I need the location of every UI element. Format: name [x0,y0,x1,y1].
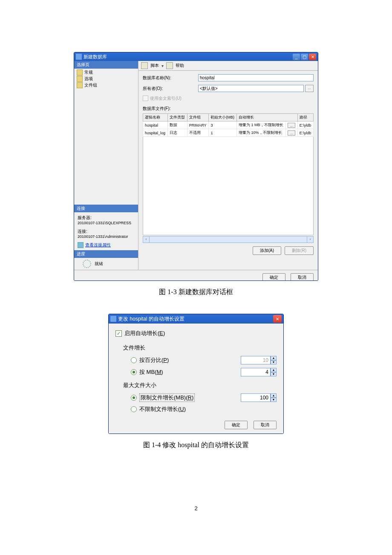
script-button[interactable]: 脚本 [150,63,159,69]
page-list: 常规 选项 文件组 [74,69,138,90]
select-pages-header: 选择页 [74,61,138,69]
radio-icon [131,357,137,363]
col-path[interactable]: 路径 [297,114,313,121]
radio-icon [131,369,137,375]
percent-spinner: 10 ▲▼ [241,356,277,364]
table-row[interactable]: hospital 数据 PRIMARY 3 增量为 1 MB，不限制增长 ...… [143,121,314,129]
view-connection-props-link[interactable]: 查看连接属性 [85,242,111,248]
ok-button[interactable]: 确定 [262,273,285,281]
page-icon [77,76,83,82]
col-type[interactable]: 文件类型 [168,114,187,121]
close-button[interactable]: ✕ [309,54,316,60]
col-size[interactable]: 初始大小(MB) [209,114,237,121]
col-growth[interactable]: 自动增长 [237,114,298,121]
progress-header: 进度 [74,250,138,258]
file-growth-label: 文件增长 [123,344,277,352]
page-icon [77,69,83,75]
connection-label: 连接: [78,228,135,234]
server-value: 20100107-1331\SQLEXPRESS [78,221,135,225]
props-icon [78,242,84,248]
horizontal-scrollbar[interactable]: ‹ › [143,236,314,243]
limit-spinner[interactable]: 100 ▲▼ [241,393,277,402]
checkbox-icon: ✓ [115,330,122,337]
dialog-title: 更改 hospital 的自动增长设置 [118,315,184,323]
minimize-button[interactable]: _ [293,54,300,60]
cancel-button[interactable]: 取消 [291,273,314,281]
col-name[interactable]: 逻辑名称 [143,114,168,121]
figure-caption-1: 图 1-3 新建数据库对话框 [0,288,392,297]
maximize-button[interactable]: ▢ [301,54,308,60]
db-name-input[interactable]: hospital [198,74,314,81]
spin-up-button: ▲ [271,356,277,360]
grid-empty-area [143,137,314,235]
connection-value: 20100107-1331\Administrator [78,234,135,239]
add-button[interactable]: 添加(A) [253,246,281,255]
spin-up-button[interactable]: ▲ [271,393,277,398]
files-grid[interactable]: 逻辑名称 文件类型 文件组 初始大小(MB) 自动增长 路径 hospital … [138,113,318,137]
unlimited-growth-radio[interactable]: 不限制文件增长(U) [131,405,186,413]
by-percent-radio[interactable]: 按百分比(P) [131,356,169,364]
left-panel: 选择页 常规 选项 文件组 连接 服务器: 20100107-1331\SQLE… [74,61,138,270]
page-number: 2 [0,505,392,512]
dialog-icon [110,316,116,322]
checkbox-icon [143,95,148,101]
mb-spinner[interactable]: 4 ▲▼ [241,368,277,376]
db-name-label: 数据库名称(N): [143,75,198,81]
fulltext-checkbox: 使用全文索引(U) [143,95,314,101]
spin-up-button[interactable]: ▲ [271,368,277,372]
figure-caption-2: 图 1-4 修改 hospital 的自动增长设置 [0,441,392,450]
dialog-title: 新建数据库 [84,54,107,60]
right-panel: 脚本 ▾ 帮助 数据库名称(N): hospital 所有者(O): <默认值>… [138,61,318,270]
spin-down-button[interactable]: ▼ [271,372,277,376]
enable-autogrowth-checkbox[interactable]: ✓ 启用自动增长(E) [115,330,277,337]
col-group[interactable]: 文件组 [187,114,209,121]
connection-header: 连接 [74,205,138,212]
dialog-toolbar: 脚本 ▾ 帮助 [138,61,318,71]
server-label: 服务器: [78,215,135,221]
dialog-footer: 确定 取消 [74,270,318,281]
scroll-right-button[interactable]: › [307,236,314,243]
titlebar: 新建数据库 _ ▢ ✕ [74,52,318,61]
owner-input[interactable]: <默认值> [198,85,304,92]
progress-ready: 就绪 [74,258,138,270]
by-mb-radio[interactable]: 按 MB(M) [131,368,163,376]
titlebar: 更改 hospital 的自动增长设置 ✕ [109,314,283,324]
document-page: 新建数据库 _ ▢ ✕ 选择页 常规 选项 文件组 连接 服务器: 201001… [0,0,392,512]
scroll-left-button[interactable]: ‹ [143,236,150,243]
sidebar-item-options[interactable]: 选项 [77,76,135,82]
help-button[interactable]: 帮助 [176,63,184,69]
spin-down-button: ▼ [271,360,277,364]
max-size-label: 最大文件大小 [123,382,277,389]
script-icon [141,62,148,69]
radio-icon [131,395,137,401]
sidebar-item-filegroups[interactable]: 文件组 [77,82,135,89]
table-row[interactable]: hospital_log 日志 不适用 1 增量为 10%，不限制增长 ... … [143,129,314,137]
dialog-icon [76,54,82,60]
ok-button[interactable]: 确定 [225,421,248,429]
delete-button: 删除(R) [285,246,314,255]
limit-growth-radio[interactable]: 限制文件增长(MB)(R) [131,393,195,402]
page-icon [77,82,83,88]
ready-icon [83,260,91,268]
growth-edit-button[interactable]: ... [288,130,295,136]
help-icon [166,62,173,69]
owner-label: 所有者(O): [143,86,198,92]
radio-icon [131,406,137,412]
files-label: 数据库文件(F): [143,106,314,112]
spin-down-button[interactable]: ▼ [271,398,277,402]
cancel-button[interactable]: 取消 [254,421,277,429]
new-database-dialog: 新建数据库 _ ▢ ✕ 选择页 常规 选项 文件组 连接 服务器: 201001… [74,52,318,281]
owner-browse-button[interactable]: ... [305,85,314,92]
sidebar-item-general[interactable]: 常规 [77,69,135,76]
growth-edit-button[interactable]: ... [288,123,295,128]
autogrowth-dialog: 更改 hospital 的自动增长设置 ✕ ✓ 启用自动增长(E) 文件增长 按… [108,314,284,434]
close-button[interactable]: ✕ [273,315,282,323]
